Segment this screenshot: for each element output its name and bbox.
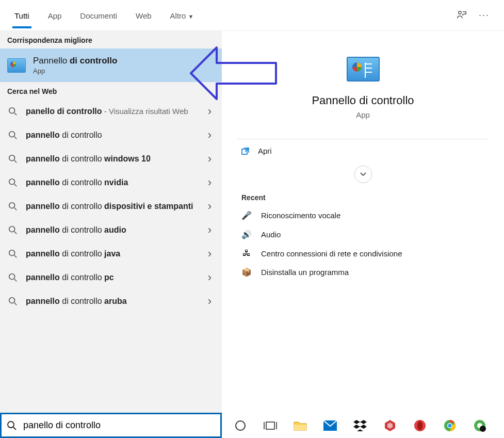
- chevron-right-icon: ›: [205, 128, 215, 142]
- suggestion-text: pannello di controllo: [26, 131, 198, 140]
- results-list: Corrispondenza migliore Pannello di cont…: [0, 31, 222, 413]
- svg-rect-13: [266, 422, 274, 429]
- ellipsis-icon[interactable]: ···: [479, 10, 490, 21]
- recent-item-icon: 📦: [241, 267, 252, 277]
- svg-point-9: [9, 298, 15, 303]
- preview-subtitle: App: [237, 110, 489, 119]
- chevron-right-icon: ›: [205, 176, 215, 189]
- chevron-down-icon: ▼: [188, 13, 193, 20]
- expand-button[interactable]: [354, 166, 372, 183]
- chevron-right-icon: ›: [205, 223, 215, 237]
- svg-rect-16: [294, 425, 306, 430]
- suggestion-text: panello di controllo - Visualizza risult…: [26, 107, 198, 116]
- svg-point-19: [417, 421, 422, 430]
- suggestion-text: pannello di controllo pc: [26, 273, 198, 282]
- dropbox-icon[interactable]: [353, 418, 367, 433]
- amd-icon[interactable]: [383, 418, 397, 433]
- web-suggestion[interactable]: pannello di controllo pc›: [0, 266, 222, 289]
- chevron-right-icon: ›: [205, 247, 215, 261]
- search-icon: [7, 273, 19, 282]
- web-suggestion[interactable]: pannello di controllo aruba›: [0, 289, 222, 313]
- tab-web[interactable]: Web: [126, 2, 161, 28]
- web-suggestion[interactable]: pannello di controllo java›: [0, 242, 222, 266]
- search-input[interactable]: [23, 420, 215, 431]
- svg-point-0: [459, 11, 462, 14]
- best-match-result[interactable]: Pannello di controllo App: [0, 48, 222, 82]
- section-best-match: Corrispondenza migliore: [0, 31, 222, 48]
- svg-point-11: [8, 421, 14, 428]
- search-icon: [7, 297, 19, 306]
- chevron-right-icon: ›: [205, 152, 215, 166]
- task-view-icon[interactable]: [263, 418, 278, 433]
- svg-point-7: [9, 250, 15, 256]
- tab-apps[interactable]: App: [39, 2, 71, 28]
- mail-icon[interactable]: [323, 418, 337, 433]
- svg-point-25: [480, 426, 486, 432]
- control-panel-icon: [347, 57, 380, 82]
- recent-item-icon: 🖧: [241, 249, 252, 258]
- web-suggestion[interactable]: panello di controllo - Visualizza risult…: [0, 100, 222, 123]
- chevron-right-icon: ›: [205, 271, 215, 284]
- web-suggestion[interactable]: pannello di controllo audio›: [0, 218, 222, 242]
- svg-point-12: [236, 421, 245, 430]
- search-icon: [7, 131, 19, 140]
- svg-point-8: [9, 274, 15, 280]
- search-icon: [7, 154, 19, 164]
- svg-point-2: [9, 132, 15, 137]
- search-icon: [7, 107, 19, 116]
- section-recent: Recent: [222, 193, 504, 206]
- file-explorer-icon[interactable]: [293, 418, 307, 433]
- recent-item[interactable]: 🔊Audio: [222, 225, 504, 244]
- chevron-right-icon: ›: [205, 200, 215, 213]
- search-icon: [7, 249, 19, 258]
- recent-item-label: Riconoscimento vocale: [261, 211, 340, 220]
- svg-point-4: [9, 179, 15, 185]
- svg-point-1: [9, 108, 15, 113]
- recent-item[interactable]: 🖧Centro connessioni di rete e condivisio…: [222, 244, 504, 263]
- recent-item-label: Centro connessioni di rete e condivision…: [261, 249, 402, 258]
- recent-item[interactable]: 🎤Riconoscimento vocale: [222, 206, 504, 225]
- preview-title: Pannello di controllo: [237, 94, 489, 107]
- web-suggestion[interactable]: pannello di controllo nvidia›: [0, 171, 222, 194]
- search-box[interactable]: [0, 413, 222, 438]
- chevron-right-icon: ›: [205, 105, 215, 118]
- suggestion-text: pannello di controllo java: [26, 249, 198, 258]
- opera-icon[interactable]: [413, 418, 427, 433]
- search-icon: [7, 225, 19, 235]
- open-action[interactable]: Apri: [222, 139, 504, 163]
- section-web-search: Cerca nel Web: [0, 82, 222, 100]
- search-filter-tabs: Tutti App Documenti Web Altro▼ ···: [0, 0, 504, 31]
- tab-more[interactable]: Altro▼: [161, 2, 203, 28]
- feedback-icon[interactable]: [456, 10, 467, 21]
- svg-point-3: [9, 155, 15, 161]
- suggestion-text: pannello di controllo aruba: [26, 297, 198, 306]
- web-suggestion[interactable]: pannello di controllo windows 10›: [0, 147, 222, 171]
- tab-documents[interactable]: Documenti: [71, 2, 126, 28]
- recent-item-icon: 🎤: [241, 210, 252, 220]
- cortana-icon[interactable]: [233, 418, 248, 433]
- svg-point-5: [9, 203, 15, 208]
- control-panel-icon: [7, 58, 26, 73]
- svg-point-6: [9, 226, 15, 232]
- chrome-icon[interactable]: [443, 418, 457, 433]
- tab-more-label: Altro: [170, 11, 186, 20]
- recent-item[interactable]: 📦Disinstalla un programma: [222, 263, 504, 282]
- chrome-canary-icon[interactable]: [473, 418, 487, 433]
- search-icon: [7, 202, 19, 211]
- open-icon: [241, 147, 250, 155]
- search-icon: [7, 178, 19, 187]
- suggestion-text: pannello di controllo windows 10: [26, 154, 198, 164]
- open-label: Apri: [258, 147, 272, 155]
- recent-item-icon: 🔊: [241, 230, 252, 239]
- tab-all[interactable]: Tutti: [5, 2, 39, 28]
- chevron-right-icon: ›: [205, 295, 215, 308]
- preview-pane: Pannello di controllo App Apri Recent 🎤R…: [222, 31, 504, 413]
- search-icon: [7, 420, 17, 431]
- suggestion-text: pannello di controllo audio: [26, 225, 198, 235]
- best-match-subtitle: App: [33, 67, 117, 75]
- taskbar: [222, 413, 504, 438]
- web-suggestion[interactable]: pannello di controllo dispositivi e stam…: [0, 194, 222, 218]
- recent-item-label: Disinstalla un programma: [261, 268, 349, 277]
- best-match-title: Pannello di controllo: [33, 56, 117, 66]
- web-suggestion[interactable]: pannello di controllo›: [0, 123, 222, 147]
